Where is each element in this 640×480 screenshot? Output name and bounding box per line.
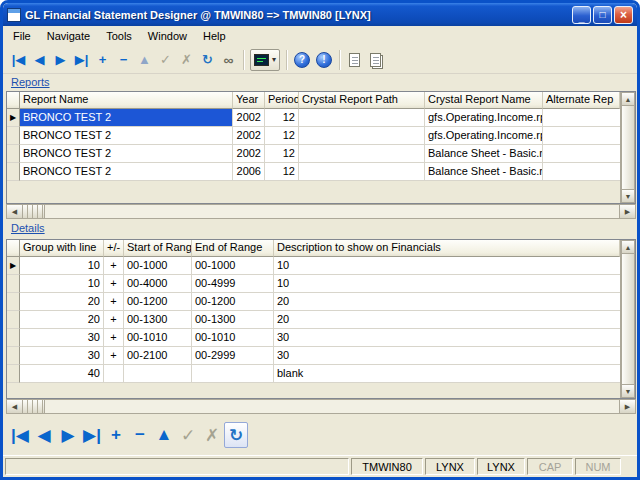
cell-description[interactable]: 20 bbox=[274, 293, 620, 311]
preview-button[interactable]: ∞ bbox=[218, 49, 239, 71]
table-row[interactable]: 20 + 00-1300 00-1300 20 bbox=[7, 311, 620, 329]
cell-crystal-report-name[interactable]: Balance Sheet - Basic.rpt bbox=[425, 163, 543, 181]
cell-crystal-report-path[interactable] bbox=[299, 163, 425, 181]
cell-start-of-range[interactable]: 00-1000 bbox=[124, 257, 192, 275]
table-row[interactable]: 40 blank bbox=[7, 365, 620, 383]
cell-start-of-range[interactable]: 00-2100 bbox=[124, 347, 192, 365]
cell-crystal-report-path[interactable] bbox=[299, 109, 425, 127]
cell-description[interactable]: 30 bbox=[274, 329, 620, 347]
cell-description[interactable]: 10 bbox=[274, 257, 620, 275]
scroll-thumb[interactable] bbox=[23, 205, 45, 218]
close-button[interactable]: × bbox=[614, 6, 633, 24]
column-header-plus-minus[interactable]: +/- bbox=[104, 240, 124, 257]
table-row[interactable]: 30 + 00-1010 00-1010 30 bbox=[7, 329, 620, 347]
info-button[interactable]: ! bbox=[316, 52, 332, 68]
cell-alternate-report[interactable] bbox=[543, 127, 620, 145]
table-row[interactable]: 20 + 00-1200 00-1200 20 bbox=[7, 293, 620, 311]
refresh-button[interactable]: ↻ bbox=[197, 49, 218, 71]
cell-end-of-range[interactable] bbox=[192, 365, 274, 383]
maximize-button[interactable]: □ bbox=[593, 6, 612, 24]
add-record-button[interactable]: + bbox=[92, 49, 113, 71]
cell-group[interactable]: 30 bbox=[20, 329, 104, 347]
delete-record-button[interactable]: − bbox=[128, 422, 152, 448]
cell-group[interactable]: 10 bbox=[20, 257, 104, 275]
cell-end-of-range[interactable]: 00-1200 bbox=[192, 293, 274, 311]
next-record-button[interactable]: ▶ bbox=[56, 422, 80, 448]
column-header-crystal-report-path[interactable]: Crystal Report Path bbox=[299, 92, 425, 109]
cell-group[interactable]: 20 bbox=[20, 311, 104, 329]
post-button[interactable]: ✓ bbox=[155, 49, 176, 71]
scroll-up-button[interactable]: ▲ bbox=[621, 240, 635, 254]
cell-start-of-range[interactable]: 00-1010 bbox=[124, 329, 192, 347]
column-header-period[interactable]: Period bbox=[265, 92, 299, 109]
reports-section-label[interactable]: Reports bbox=[11, 76, 50, 88]
cell-year[interactable]: 2002 bbox=[233, 127, 265, 145]
prev-record-button[interactable]: ◀ bbox=[29, 49, 50, 71]
cell-crystal-report-path[interactable] bbox=[299, 127, 425, 145]
scroll-thumb[interactable] bbox=[621, 254, 635, 384]
cell-plus-minus[interactable]: + bbox=[104, 347, 124, 365]
table-row[interactable]: ▶ BRONCO TEST 2 2002 12 gfs.Operating.In… bbox=[7, 109, 620, 127]
first-record-button[interactable]: |◀ bbox=[8, 49, 29, 71]
scroll-left-button[interactable]: ◀ bbox=[7, 205, 23, 218]
column-header-end-of-range[interactable]: End of Range bbox=[192, 240, 274, 257]
cell-end-of-range[interactable]: 00-1000 bbox=[192, 257, 274, 275]
cell-group[interactable]: 40 bbox=[20, 365, 104, 383]
cell-year[interactable]: 2002 bbox=[233, 109, 265, 127]
cell-report-name[interactable]: BRONCO TEST 2 bbox=[20, 127, 233, 145]
menu-help[interactable]: Help bbox=[195, 27, 234, 45]
cancel-button[interactable]: ✗ bbox=[200, 422, 224, 448]
table-row[interactable]: BRONCO TEST 2 2002 12 Balance Sheet - Ba… bbox=[7, 145, 620, 163]
cell-year[interactable]: 2006 bbox=[233, 163, 265, 181]
cell-period[interactable]: 12 bbox=[265, 109, 299, 127]
cell-start-of-range[interactable] bbox=[124, 365, 192, 383]
table-row[interactable]: BRONCO TEST 2 2006 12 Balance Sheet - Ba… bbox=[7, 163, 620, 181]
cell-end-of-range[interactable]: 00-4999 bbox=[192, 275, 274, 293]
cell-crystal-report-path[interactable] bbox=[299, 145, 425, 163]
cell-crystal-report-name[interactable]: Balance Sheet - Basic.rpt bbox=[425, 145, 543, 163]
scroll-track[interactable] bbox=[45, 400, 619, 413]
cell-end-of-range[interactable]: 00-1010 bbox=[192, 329, 274, 347]
cell-plus-minus[interactable] bbox=[104, 365, 124, 383]
table-row[interactable]: 30 + 00-2100 00-2999 30 bbox=[7, 347, 620, 365]
cell-group[interactable]: 20 bbox=[20, 293, 104, 311]
crystal-reports-button[interactable]: ▾ bbox=[250, 49, 280, 71]
cell-plus-minus[interactable]: + bbox=[104, 329, 124, 347]
scroll-track[interactable] bbox=[45, 205, 619, 218]
first-record-button[interactable]: |◀ bbox=[8, 422, 32, 448]
cell-crystal-report-name[interactable]: gfs.Operating.Income.rpt bbox=[425, 127, 543, 145]
cancel-button[interactable]: ✗ bbox=[176, 49, 197, 71]
cell-report-name[interactable]: BRONCO TEST 2 bbox=[20, 109, 233, 127]
scroll-thumb[interactable] bbox=[23, 400, 45, 413]
cell-year[interactable]: 2002 bbox=[233, 145, 265, 163]
cell-plus-minus[interactable]: + bbox=[104, 275, 124, 293]
cell-crystal-report-name[interactable]: gfs.Operating.Income.rpt bbox=[425, 109, 543, 127]
cell-description[interactable]: 30 bbox=[274, 347, 620, 365]
cell-plus-minus[interactable]: + bbox=[104, 257, 124, 275]
delete-record-button[interactable]: − bbox=[113, 49, 134, 71]
cell-alternate-report[interactable] bbox=[543, 109, 620, 127]
cell-start-of-range[interactable]: 00-1200 bbox=[124, 293, 192, 311]
menu-file[interactable]: File bbox=[5, 27, 39, 45]
cell-report-name[interactable]: BRONCO TEST 2 bbox=[20, 163, 233, 181]
next-record-button[interactable]: ▶ bbox=[50, 49, 71, 71]
copy-pages-icon[interactable] bbox=[370, 53, 381, 67]
table-row[interactable]: ▶ 10 + 00-1000 00-1000 10 bbox=[7, 257, 620, 275]
minimize-button[interactable]: _ bbox=[572, 6, 591, 24]
column-header-start-of-range[interactable]: Start of Range bbox=[124, 240, 192, 257]
cell-period[interactable]: 12 bbox=[265, 163, 299, 181]
cell-period[interactable]: 12 bbox=[265, 127, 299, 145]
scroll-thumb[interactable] bbox=[621, 106, 635, 189]
cell-group[interactable]: 10 bbox=[20, 275, 104, 293]
scroll-up-button[interactable]: ▲ bbox=[621, 92, 635, 106]
cell-group[interactable]: 30 bbox=[20, 347, 104, 365]
table-row[interactable]: BRONCO TEST 2 2002 12 gfs.Operating.Inco… bbox=[7, 127, 620, 145]
edit-record-button[interactable]: ▲ bbox=[134, 49, 155, 71]
post-button[interactable]: ✓ bbox=[176, 422, 200, 448]
cell-plus-minus[interactable]: + bbox=[104, 293, 124, 311]
scroll-down-button[interactable]: ▼ bbox=[621, 189, 635, 203]
report-page-icon[interactable] bbox=[349, 53, 360, 67]
reports-vertical-scrollbar[interactable]: ▲ ▼ bbox=[620, 92, 635, 203]
refresh-button[interactable]: ↻ bbox=[224, 422, 248, 448]
resize-grip[interactable] bbox=[623, 458, 635, 475]
